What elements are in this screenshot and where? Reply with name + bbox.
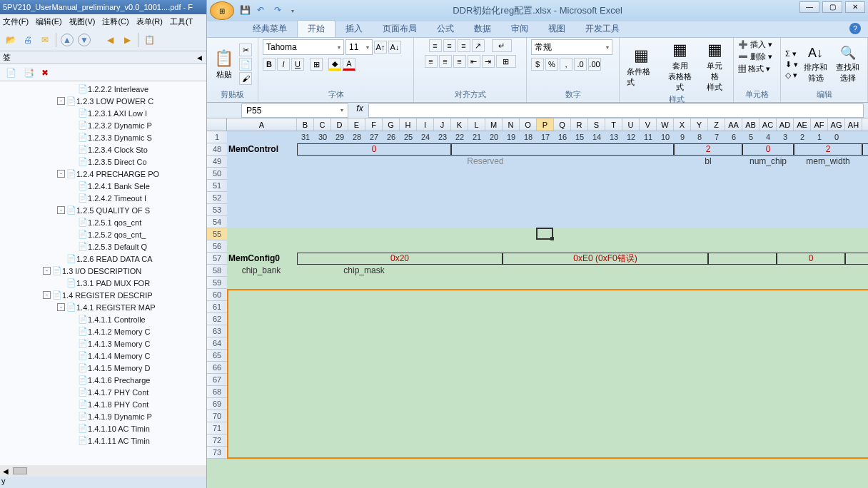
pdf-menu-file[interactable]: 文件(F) <box>1 16 30 27</box>
align-bot-icon[interactable]: ≡ <box>458 39 470 52</box>
open-icon[interactable]: 📂 <box>4 34 17 46</box>
col-header[interactable]: AE <box>794 118 811 131</box>
outline-item[interactable]: -📄1.4 REGISTER DESCRIP <box>0 289 206 301</box>
outline-item[interactable]: 📄1.4.1.9 Dynamic P <box>0 410 206 422</box>
outline-item[interactable]: 📄1.2.4.1 Bank Sele <box>0 180 206 192</box>
align-center-icon[interactable]: ≡ <box>439 55 452 68</box>
outline-item[interactable]: 📄1.2.5.1 qos_cnt <box>0 216 206 228</box>
print-icon[interactable]: 🖨 <box>21 34 34 46</box>
indent-inc-icon[interactable]: ⇥ <box>482 55 495 68</box>
outline-item[interactable]: 📄1.4.1.3 Memory C <box>0 337 206 350</box>
add-bookmark-icon[interactable]: 📑 <box>24 68 34 78</box>
row-header[interactable]: 61 <box>207 301 227 313</box>
row-header[interactable]: 54 <box>207 216 227 228</box>
outline-item[interactable]: 📄1.2.3.1 AXI Low I <box>0 107 206 119</box>
col-header[interactable]: I <box>417 118 434 131</box>
tab-review[interactable]: 审阅 <box>501 21 538 37</box>
row-header[interactable]: 64 <box>207 337 227 350</box>
col-header[interactable]: C <box>314 118 331 131</box>
outline-item[interactable]: -📄1.2.3 LOW POWER C <box>0 95 206 107</box>
row-header[interactable]: 49 <box>207 156 227 168</box>
row-header[interactable]: 68 <box>207 386 227 398</box>
outline-item[interactable]: -📄1.2.4 PRECHARGE PO <box>0 168 206 180</box>
col-header[interactable]: T <box>605 118 622 131</box>
outline-item[interactable]: 📄1.4.1.5 Memory D <box>0 362 206 374</box>
pdf-menu-form[interactable]: 表单(R) <box>135 16 164 27</box>
outline-item[interactable]: -📄1.3 I/O DESCRIPTION <box>0 265 206 277</box>
row-header[interactable]: 55 <box>207 228 227 240</box>
undo-icon[interactable]: ↶ <box>257 5 268 16</box>
row-header[interactable]: 65 <box>207 350 227 362</box>
outline-item[interactable]: 📄1.4.1.6 Precharge <box>0 374 206 386</box>
col-header[interactable]: M <box>485 118 503 131</box>
fx-button[interactable]: fx <box>351 103 368 118</box>
col-header[interactable]: AC <box>760 118 777 131</box>
copy-icon[interactable]: 📋 <box>143 34 156 46</box>
row-header[interactable]: 52 <box>207 192 227 204</box>
align-right-icon[interactable]: ≡ <box>453 55 466 68</box>
outline-tree[interactable]: 📄1.2.2.2 Interleave-📄1.2.3 LOW POWER C📄1… <box>0 81 206 465</box>
col-header[interactable]: R <box>571 118 588 131</box>
row-header[interactable]: 73 <box>207 447 227 459</box>
pdf-menu-edit[interactable]: 编辑(E) <box>34 16 64 27</box>
outline-item[interactable]: 📄1.2.3.5 Direct Co <box>0 156 206 168</box>
col-header[interactable]: Z <box>708 118 725 131</box>
col-header[interactable]: AA <box>725 118 742 131</box>
row-header[interactable]: 53 <box>207 204 227 216</box>
outline-item[interactable]: 📄1.4.1.8 PHY Cont <box>0 398 206 410</box>
minimize-button[interactable]: — <box>799 1 819 13</box>
outline-item[interactable]: 📄1.2.3.3 Dynamic S <box>0 131 206 143</box>
outline-item[interactable]: 📄1.2.5.2 qos_cnt_ <box>0 228 206 240</box>
tab-formula[interactable]: 公式 <box>427 21 464 37</box>
outline-item[interactable]: 📄1.4.1.7 PHY Cont <box>0 386 206 398</box>
pdf-hscroll[interactable]: ◀ <box>0 465 206 477</box>
autosum-button[interactable]: Σ ▾ <box>785 49 798 59</box>
indent-dec-icon[interactable]: ⇤ <box>468 55 480 68</box>
col-header[interactable]: AG <box>828 118 845 131</box>
col-header[interactable]: X <box>674 118 691 131</box>
cut-icon[interactable]: ✂ <box>239 44 252 56</box>
outline-item[interactable]: 📄1.2.4.2 Timeout I <box>0 192 206 204</box>
col-header[interactable]: O <box>520 118 537 131</box>
col-header[interactable]: J <box>434 118 451 131</box>
column-headers[interactable]: ABCDEFGHIJKLMNOPQRSTUVWXYZAAABACADAEAFAG… <box>207 118 868 131</box>
outline-item[interactable]: 📄1.2.6 READ DATA CA <box>0 253 206 265</box>
col-header[interactable]: K <box>451 118 468 131</box>
col-header[interactable]: AH <box>845 118 862 131</box>
save-icon[interactable]: 💾 <box>240 5 251 16</box>
maximize-button[interactable]: ▢ <box>822 1 842 13</box>
tab-dev[interactable]: 开发工具 <box>575 21 630 37</box>
cell-style-button[interactable]: ▦单元格 样式 <box>701 39 729 94</box>
fill-color-button[interactable]: ◆ <box>328 58 341 71</box>
dec-decimal-icon[interactable]: .00 <box>588 58 601 71</box>
outline-item[interactable]: -📄1.4.1 REGISTER MAP <box>0 301 206 313</box>
row-header[interactable]: 70 <box>207 410 227 422</box>
row-headers[interactable]: 1484950515253545556575859606162636465666… <box>207 131 227 459</box>
row-header[interactable]: 63 <box>207 325 227 337</box>
col-header[interactable]: U <box>622 118 640 131</box>
outline-item[interactable]: 📄1.2.5.3 Default Q <box>0 240 206 253</box>
tab-view[interactable]: 视图 <box>538 21 575 37</box>
sort-filter-button[interactable]: A↓排序和 筛选 <box>801 44 830 85</box>
outline-item[interactable]: -📄1.2.5 QUALITY OF S <box>0 204 206 216</box>
table-format-button[interactable]: ▦套用 表格格式 <box>662 39 698 94</box>
comma-icon[interactable]: , <box>560 58 572 71</box>
currency-icon[interactable]: $ <box>531 58 544 71</box>
tab-layout[interactable]: 页面布局 <box>373 21 427 37</box>
shrink-font-icon[interactable]: A↓ <box>388 41 401 54</box>
row-header[interactable]: 50 <box>207 168 227 180</box>
col-header[interactable]: S <box>588 118 605 131</box>
font-name-combo[interactable]: Tahoma▾ <box>263 39 344 55</box>
outline-item[interactable]: 📄1.4.1.2 Memory C <box>0 325 206 337</box>
col-header[interactable]: D <box>331 118 348 131</box>
row-header[interactable]: 59 <box>207 277 227 289</box>
col-header[interactable]: AD <box>777 118 794 131</box>
close-button[interactable]: ✕ <box>845 1 865 13</box>
row-header[interactable]: 56 <box>207 240 227 253</box>
outline-item[interactable]: 📄1.2.3.4 Clock Sto <box>0 143 206 156</box>
name-box[interactable]: P55▾ <box>241 103 348 118</box>
cond-format-button[interactable]: ▦条件格式 <box>624 45 660 89</box>
outline-item[interactable]: 📄1.2.3.2 Dynamic P <box>0 119 206 131</box>
tab-insert[interactable]: 插入 <box>335 21 373 37</box>
merge-icon[interactable]: ⊞ <box>496 55 516 68</box>
